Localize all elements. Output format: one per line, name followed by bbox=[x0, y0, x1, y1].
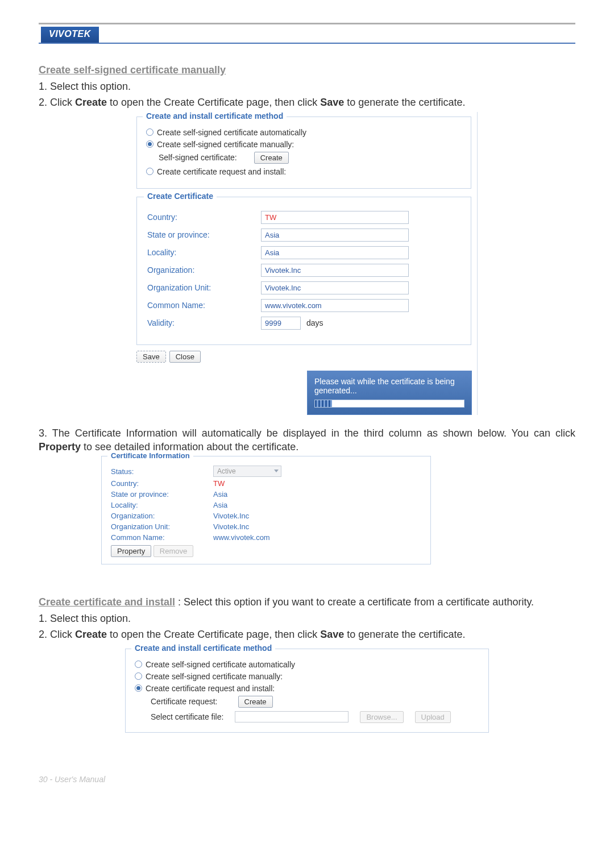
locality-label: Locality: bbox=[147, 248, 261, 257]
step-3: 3. The Certificate Information will auto… bbox=[39, 426, 575, 454]
validity-label: Validity: bbox=[147, 318, 261, 327]
wait-text: Please wait while the certificate is bei… bbox=[314, 377, 464, 395]
cert-request-label: Certificate request: bbox=[151, 697, 218, 706]
info-locality-value: Asia bbox=[213, 501, 227, 509]
orgunit-input[interactable]: Vivotek.Inc bbox=[261, 281, 409, 294]
close-button[interactable]: Close bbox=[169, 351, 201, 363]
create-certificate-title: Create Certificate bbox=[144, 192, 217, 201]
remove-button[interactable]: Remove bbox=[154, 545, 193, 557]
create-method-title: Create and install certificate method bbox=[143, 111, 287, 121]
save-button[interactable]: Save bbox=[136, 351, 166, 363]
certificate-information-fieldset: Certificate Information Status: Active C… bbox=[101, 456, 431, 564]
info-org-label: Organization: bbox=[111, 512, 213, 520]
country-input[interactable]: TW bbox=[261, 211, 409, 224]
cn-label: Common Name: bbox=[147, 301, 261, 310]
browse-button[interactable]: Browse... bbox=[360, 711, 403, 723]
radio2-manual-label: Create self-signed certificate manually: bbox=[146, 672, 283, 681]
info-locality-label: Locality: bbox=[111, 501, 213, 509]
sec2-step-2: 2. Click Create to open the Create Certi… bbox=[39, 628, 575, 641]
org-label: Organization: bbox=[147, 265, 261, 275]
create-button[interactable]: Create bbox=[254, 152, 289, 164]
country-label: Country: bbox=[147, 213, 261, 222]
radio-auto-label: Create self-signed certificate automatic… bbox=[157, 128, 306, 137]
create-method-title-2: Create and install certificate method bbox=[131, 643, 275, 653]
info-state-label: State or province: bbox=[111, 490, 213, 499]
property-button[interactable]: Property bbox=[111, 545, 151, 557]
info-country-label: Country: bbox=[111, 479, 213, 488]
radio2-install[interactable] bbox=[135, 684, 142, 692]
info-cn-value: www.vivotek.com bbox=[213, 533, 270, 542]
info-state-value: Asia bbox=[213, 490, 227, 499]
info-country-value: TW bbox=[213, 479, 225, 488]
section-heading-1: Create self-signed certificate manually bbox=[39, 64, 575, 76]
brand-label: VIVOTEK bbox=[41, 27, 99, 43]
create-certificate-fieldset: Create Certificate Country: TW State or … bbox=[136, 197, 471, 345]
cn-input[interactable]: www.vivotek.com bbox=[261, 299, 409, 312]
state-input[interactable]: Asia bbox=[261, 229, 409, 242]
create-method-fieldset: Create and install certificate method Cr… bbox=[136, 117, 471, 189]
create-method-fieldset-2: Create and install certificate method Cr… bbox=[125, 649, 489, 733]
info-org-value: Vivotek.Inc bbox=[213, 512, 249, 520]
org-input[interactable]: Vivotek.Inc bbox=[261, 264, 409, 277]
section-2-desc: : Select this option if you want to crea… bbox=[178, 596, 534, 608]
state-label: State or province: bbox=[147, 230, 261, 239]
section-heading-2: Create certificate and install bbox=[39, 596, 175, 608]
page-footer: 30 - User's Manual bbox=[39, 775, 575, 784]
info-orgunit-label: Organization Unit: bbox=[111, 522, 213, 531]
sec2-step-1: 1. Select this option. bbox=[39, 612, 575, 625]
radio-manual[interactable] bbox=[146, 140, 154, 148]
select-file-label: Select certificate file: bbox=[151, 712, 223, 721]
certificate-information-title: Certificate Information bbox=[107, 451, 193, 460]
radio-install[interactable] bbox=[146, 168, 154, 175]
validity-input[interactable]: 9999 bbox=[261, 317, 301, 330]
upload-button[interactable]: Upload bbox=[415, 711, 451, 723]
self-signed-label: Self-signed certificate: bbox=[159, 153, 237, 162]
locality-input[interactable]: Asia bbox=[261, 246, 409, 259]
radio2-install-label: Create certificate request and install: bbox=[146, 684, 275, 693]
radio-auto[interactable] bbox=[146, 128, 154, 136]
info-cn-label: Common Name: bbox=[111, 533, 213, 542]
radio-manual-label: Create self-signed certificate manually: bbox=[157, 140, 294, 149]
radio2-auto[interactable] bbox=[135, 661, 142, 668]
radio-install-label: Create certificate request and install: bbox=[157, 167, 286, 176]
status-select[interactable]: Active bbox=[213, 466, 281, 477]
file-path-input[interactable] bbox=[235, 711, 349, 722]
radio2-manual[interactable] bbox=[135, 672, 142, 680]
step-2: 2. Click Create to open the Create Certi… bbox=[39, 95, 575, 109]
create-button-2[interactable]: Create bbox=[238, 696, 273, 708]
validity-unit: days bbox=[306, 318, 323, 327]
step-1: 1. Select this option. bbox=[39, 80, 575, 93]
orgunit-label: Organization Unit: bbox=[147, 283, 261, 292]
status-label: Status: bbox=[111, 467, 213, 476]
wait-dialog: Please wait while the certificate is bei… bbox=[307, 371, 472, 415]
radio2-auto-label: Create self-signed certificate automatic… bbox=[146, 660, 295, 669]
info-orgunit-value: Vivotek.Inc bbox=[213, 522, 249, 531]
progress-bar bbox=[314, 400, 464, 408]
